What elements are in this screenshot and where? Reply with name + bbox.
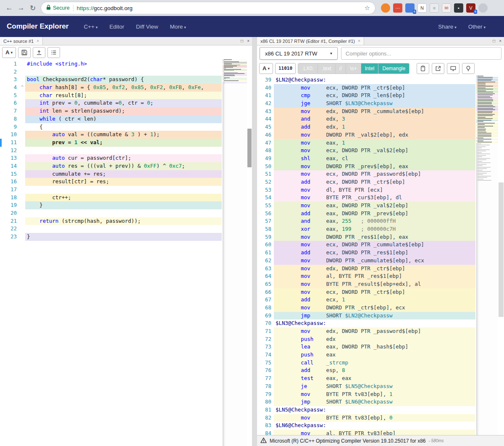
code-line-10[interactable]: 10 auto val = ((cummulate & 3 ) + 1); xyxy=(0,131,222,139)
maximize-icon[interactable]: □ xyxy=(493,39,495,43)
code-line-3[interactable]: 3bool Checkpassword2(char* password) { xyxy=(0,76,222,84)
code-line-56[interactable]: 56 add eax, DWORD PTR _prev$[ebp] xyxy=(257,210,475,218)
code-line-43[interactable]: 43 mov edx, DWORD PTR _cummulate$[ebp] xyxy=(257,108,475,116)
asm-scrollbar[interactable] xyxy=(498,75,504,435)
tab-source[interactable]: C++ source #1 × xyxy=(0,37,43,45)
output-button[interactable] xyxy=(447,63,459,74)
code-line-14[interactable]: 14 auto res = (((val + prev)) & 0xFF) ^ … xyxy=(0,162,222,170)
code-line-47[interactable]: 47 mov eax, 1 xyxy=(257,139,475,147)
code-line-19[interactable]: 19 } xyxy=(0,201,222,209)
code-line-57[interactable]: 57 and eax, 255 ; 000000ffH xyxy=(257,217,475,225)
code-line-42[interactable]: 42 jge SHORT $LN3@Checkpassw xyxy=(257,100,475,108)
code-line-12[interactable]: 12 xyxy=(0,147,222,155)
code-line-9[interactable]: 9 { xyxy=(0,123,222,131)
code-line-8[interactable]: 8 while ( ctr < len) xyxy=(0,115,222,123)
extension-icon-5[interactable]: ≡ xyxy=(430,3,439,13)
code-line-68[interactable]: 68 mov DWORD PTR _ctr$[ebp], ecx xyxy=(257,304,475,312)
code-line-39[interactable]: 39$LN2@Checkpassw: xyxy=(257,76,475,84)
code-line-51[interactable]: 51 mov ecx, DWORD PTR _password$[ebp] xyxy=(257,170,475,178)
code-line-71[interactable]: 71 mov edx, DWORD PTR _password$[ebp] xyxy=(257,327,475,335)
forward-button[interactable]: → xyxy=(15,2,27,14)
extension-icon-8[interactable]: V4 xyxy=(466,3,475,13)
font-size-button[interactable]: A▾ xyxy=(2,47,16,58)
nav-editor[interactable]: Editor xyxy=(109,24,124,30)
code-line-13[interactable]: 13 auto cur = password[ctr]; xyxy=(0,154,222,162)
nav-share-menu[interactable]: Share▾ xyxy=(438,24,457,30)
code-line-11[interactable]: 11 prev = 1 << val; xyxy=(0,139,222,147)
code-line-44[interactable]: 44 and edx, 3 xyxy=(257,115,475,123)
filter-directives[interactable]: .text xyxy=(318,63,336,74)
extension-icon-2[interactable]: ⋯ xyxy=(393,3,402,13)
code-line-61[interactable]: 61 add ecx, DWORD PTR _res$1[ebp] xyxy=(257,249,475,257)
nav-language-menu[interactable]: C++▾ xyxy=(84,24,97,30)
code-line-72[interactable]: 72 push edx xyxy=(257,335,475,343)
code-line-65[interactable]: 65 mov BYTE PTR _result$[ebp+edx], al xyxy=(257,280,475,288)
extension-icon-7[interactable]: ▪ xyxy=(454,3,463,13)
binary-filter-button[interactable]: 11010 xyxy=(275,63,296,74)
extension-icon-1[interactable] xyxy=(381,3,390,13)
back-button[interactable]: ← xyxy=(3,2,15,14)
bookmark-star-icon[interactable]: ☆ xyxy=(365,4,370,12)
code-line-48[interactable]: 48 mov ecx, DWORD PTR _val$2[ebp] xyxy=(257,147,475,155)
code-line-70[interactable]: 70$LN3@Checkpassw: xyxy=(257,319,475,327)
code-line-66[interactable]: 66 mov ecx, DWORD PTR _ctr$[ebp] xyxy=(257,288,475,296)
code-line-67[interactable]: 67 add ecx, 1 xyxy=(257,296,475,304)
code-line-82[interactable]: 82 mov BYTE PTR tv83[ebp], 0 xyxy=(257,414,475,422)
code-line-73[interactable]: 73 lea eax, DWORD PTR _hash$[ebp] xyxy=(257,343,475,351)
scrollbar-thumb[interactable] xyxy=(499,182,504,317)
asm-editor[interactable]: 39$LN2@Checkpassw:40 mov ecx, DWORD PTR … xyxy=(257,75,504,435)
code-line-20[interactable]: 20 xyxy=(0,209,222,217)
extension-icon-6[interactable]: ✉ xyxy=(442,3,451,13)
close-icon[interactable]: × xyxy=(499,39,501,43)
filter-intel-syntax[interactable]: Intel xyxy=(361,63,379,74)
code-line-77[interactable]: 77 test eax, eax xyxy=(257,375,475,383)
asm-minimap[interactable] xyxy=(476,75,498,435)
code-line-1[interactable]: 1#include <string.h> xyxy=(0,60,222,68)
nav-more-menu[interactable]: More▾ xyxy=(170,24,186,30)
upload-button[interactable] xyxy=(33,47,45,58)
code-line-41[interactable]: 41 cmp ecx, DWORD PTR _len$[ebp] xyxy=(257,92,475,100)
code-line-58[interactable]: 58 xor eax, 199 ; 000000c7H xyxy=(257,225,475,233)
code-line-16[interactable]: 16 result[ctr] = res; xyxy=(0,178,222,186)
nav-diff-view[interactable]: Diff View xyxy=(136,24,158,30)
clipboard-button[interactable] xyxy=(417,63,429,74)
source-scrollbar[interactable] xyxy=(247,59,252,446)
code-line-2[interactable]: 2 xyxy=(0,68,222,76)
tab-close-icon[interactable]: × xyxy=(358,39,360,43)
code-line-79[interactable]: 79 mov BYTE PTR tv83[ebp], 1 xyxy=(257,391,475,398)
share-link-button[interactable] xyxy=(432,63,444,74)
pane-splitter[interactable] xyxy=(252,37,257,446)
code-line-46[interactable]: 46 mov DWORD PTR _val$2[ebp], edx xyxy=(257,131,475,139)
code-line-74[interactable]: 74 push eax xyxy=(257,351,475,359)
code-line-4[interactable]: 4^ char hash[8] = { 0x85, 0xf2, 0x85, 0x… xyxy=(0,84,222,92)
tab-compiler[interactable]: x86 CL 19 2017 RTW (Editor #1, Compiler … xyxy=(257,37,364,45)
code-line-7[interactable]: 7 int len = strlen(password); xyxy=(0,107,222,115)
filter-whitespace[interactable]: \s+ xyxy=(346,63,361,74)
code-line-53[interactable]: 53 mov dl, BYTE PTR [ecx] xyxy=(257,186,475,194)
code-line-54[interactable]: 54 mov BYTE PTR _cur$3[ebp], dl xyxy=(257,194,475,202)
source-editor[interactable]: 1#include <string.h>23bool Checkpassword… xyxy=(0,59,252,446)
code-line-45[interactable]: 45 add edx, 1 xyxy=(257,123,475,131)
save-button[interactable] xyxy=(18,47,31,58)
source-minimap[interactable] xyxy=(223,59,247,446)
tips-button[interactable] xyxy=(462,63,475,74)
code-line-50[interactable]: 50 mov DWORD PTR _prev$[ebp], eax xyxy=(257,163,475,171)
code-line-76[interactable]: 76 add esp, 8 xyxy=(257,367,475,375)
code-line-17[interactable]: 17 xyxy=(0,186,222,194)
code-line-23[interactable]: 23} xyxy=(0,233,222,241)
reload-button[interactable]: ↻ xyxy=(27,2,39,14)
code-line-83[interactable]: 83$LN6@Checkpassw: xyxy=(257,422,475,430)
scrollbar-thumb[interactable] xyxy=(247,129,252,167)
close-icon[interactable]: × xyxy=(247,39,249,43)
code-line-15[interactable]: 15 cummulate += res; xyxy=(0,170,222,178)
nav-other-menu[interactable]: Other▾ xyxy=(468,24,486,30)
code-line-6[interactable]: 6 int prev = 0, cummulate =0, ctr = 0; xyxy=(0,99,222,107)
code-line-78[interactable]: 78 je SHORT $LN5@Checkpassw xyxy=(257,383,475,391)
code-line-52[interactable]: 52 add ecx, DWORD PTR _ctr$[ebp] xyxy=(257,178,475,186)
code-line-49[interactable]: 49 shl eax, cl xyxy=(257,155,475,163)
code-line-5[interactable]: 5 char result[8]; xyxy=(0,92,222,100)
code-line-60[interactable]: 60 mov ecx, DWORD PTR _cummulate$[ebp] xyxy=(257,241,475,249)
filter-unused-labels[interactable]: .LX0: xyxy=(298,63,318,74)
code-line-63[interactable]: 63 mov edx, DWORD PTR _ctr$[ebp] xyxy=(257,265,475,273)
compiler-select[interactable]: x86 CL 19 2017 RTW ▾ xyxy=(260,47,338,60)
